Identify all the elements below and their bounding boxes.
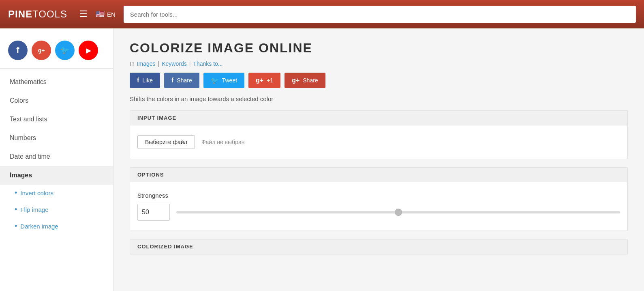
slider-row (137, 204, 620, 221)
breadcrumb-images-link[interactable]: Images (137, 60, 156, 67)
share-facebook-button[interactable]: f Share (164, 73, 199, 88)
sidebar-item-images[interactable]: Images (0, 166, 113, 185)
options-header: OPTIONS (130, 168, 627, 182)
breadcrumb-keywords-link[interactable]: Keywords (162, 60, 186, 67)
googleplus-icon-share: g+ (292, 77, 300, 84)
logo-light: TOOLS (32, 9, 67, 19)
sidebar-subitem-invert-colors[interactable]: Invert colors (0, 185, 113, 201)
share-googleplus-button[interactable]: g+ Share (285, 73, 325, 88)
breadcrumb: In Images | Keywords | Thanks to... (130, 60, 628, 67)
header: PINETOOLS ☰ 🇺🇸 EN (0, 0, 644, 28)
layout: f g+ 🐦 ▶ Mathematics Colors Text and lis… (0, 28, 644, 291)
flag-icon: 🇺🇸 (96, 10, 105, 19)
sidebar-item-text-and-lists[interactable]: Text and lists (0, 110, 113, 129)
plus-label: +1 (267, 77, 273, 84)
googleplus-button[interactable]: g+ +1 (248, 73, 280, 88)
logo-bold: PINE (8, 9, 32, 19)
input-image-body: Выберите файл Файл не выбран (130, 125, 627, 159)
like-label: Like (142, 77, 153, 84)
sidebar-item-date-and-time[interactable]: Date and time (0, 147, 113, 166)
sidebar-googleplus-icon[interactable]: g+ (32, 41, 51, 60)
twitter-icon: 🐦 (211, 77, 219, 84)
page-title: COLORIZE IMAGE ONLINE (130, 41, 628, 56)
strongness-number-input[interactable] (137, 204, 170, 221)
tweet-button[interactable]: 🐦 Tweet (203, 73, 244, 88)
page-subtitle: Shifts the colors in an image towards a … (130, 95, 628, 102)
sidebar-item-mathematics[interactable]: Mathematics (0, 73, 113, 91)
search-input[interactable] (124, 6, 636, 23)
file-choose-button[interactable]: Выберите файл (137, 135, 195, 149)
sidebar-item-numbers[interactable]: Numbers (0, 129, 113, 147)
colorized-image-header: COLORIZED IMAGE (130, 239, 627, 254)
colorized-image-panel: COLORIZED IMAGE (130, 239, 628, 254)
like-button[interactable]: f Like (130, 73, 160, 88)
sidebar: f g+ 🐦 ▶ Mathematics Colors Text and lis… (0, 28, 113, 291)
sidebar-subitem-flip-image[interactable]: Flip image (0, 201, 113, 218)
options-body: Strongness (130, 182, 627, 231)
input-image-panel: INPUT IMAGE Выберите файл Файл не выбран (130, 110, 628, 159)
googleplus-icon-plus: g+ (256, 77, 263, 84)
options-panel: OPTIONS Strongness (130, 167, 628, 231)
strongness-label: Strongness (137, 192, 620, 199)
sidebar-item-colors[interactable]: Colors (0, 91, 113, 110)
file-input-row: Выберите файл Файл не выбран (137, 135, 620, 149)
input-image-header: INPUT IMAGE (130, 111, 627, 125)
language-selector[interactable]: 🇺🇸 EN (96, 10, 116, 19)
facebook-icon-share: f (171, 77, 173, 84)
sidebar-youtube-icon[interactable]: ▶ (79, 41, 98, 60)
logo: PINETOOLS (8, 9, 67, 20)
main-content: COLORIZE IMAGE ONLINE In Images | Keywor… (113, 28, 644, 291)
file-no-selection-label: Файл не выбран (201, 139, 245, 145)
tweet-label: Tweet (222, 77, 237, 84)
strongness-slider[interactable] (176, 211, 620, 213)
sidebar-subitem-darken-image[interactable]: Darken image (0, 218, 113, 235)
lang-label: EN (107, 11, 116, 18)
sidebar-facebook-icon[interactable]: f (8, 41, 28, 60)
sidebar-twitter-icon[interactable]: 🐦 (55, 41, 75, 60)
breadcrumb-thanks-link[interactable]: Thanks to... (193, 60, 223, 67)
sidebar-divider (0, 68, 113, 69)
sidebar-social-icons: f g+ 🐦 ▶ (0, 37, 113, 68)
hamburger-icon[interactable]: ☰ (79, 9, 88, 19)
breadcrumb-in: In (130, 60, 135, 67)
share-gp-label: Share (303, 77, 318, 84)
facebook-icon-like: f (137, 77, 139, 84)
social-buttons-row: f Like f Share 🐦 Tweet g+ +1 g+ Share (130, 73, 628, 88)
share-fb-label: Share (177, 77, 192, 84)
